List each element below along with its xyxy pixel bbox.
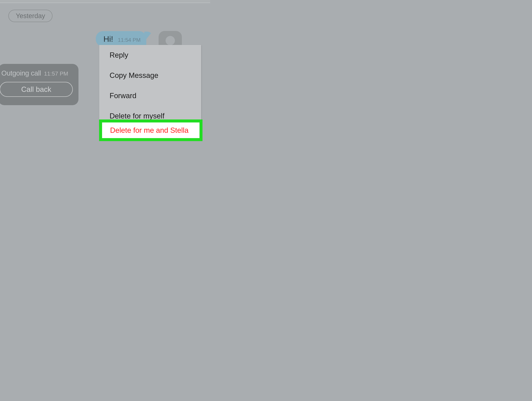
message-text: Hi!	[103, 34, 113, 44]
call-type-label: Outgoing call	[1, 69, 41, 77]
delete-for-both-label: Delete for me and Stella	[110, 126, 189, 135]
call-timestamp: 11:57 PM	[44, 70, 68, 77]
call-event-card: Outgoing call 11:57 PM Call back	[0, 64, 78, 105]
message-timestamp: 11:54 PM	[118, 37, 141, 43]
menu-item-reply[interactable]: Reply	[99, 45, 201, 65]
message-context-menu: Reply Copy Message Forward Delete for my…	[99, 45, 201, 126]
menu-item-forward[interactable]: Forward	[99, 85, 201, 106]
call-back-button[interactable]: Call back	[0, 82, 73, 97]
highlighted-menu-item-delete-for-both[interactable]: Delete for me and Stella	[99, 119, 203, 141]
window-top-bar	[0, 0, 210, 3]
sent-message-bubble[interactable]: Hi! 11:54 PM	[96, 31, 146, 47]
date-separator-badge: Yesterday	[8, 10, 52, 22]
menu-item-copy-message[interactable]: Copy Message	[99, 65, 201, 85]
